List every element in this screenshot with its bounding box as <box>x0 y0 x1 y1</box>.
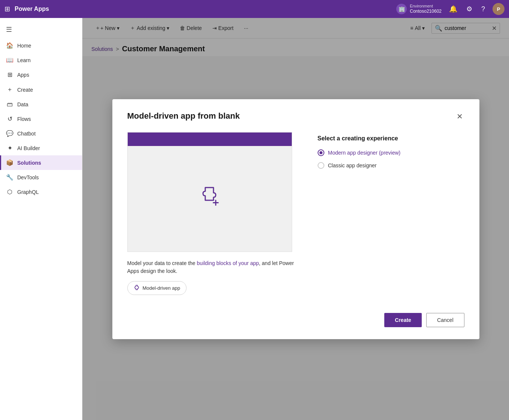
environment-icon: 🏢 <box>396 4 407 14</box>
sidebar-label-apps: Apps <box>17 72 29 78</box>
app-title: Power Apps <box>15 6 396 12</box>
data-icon: 🗃 <box>6 101 13 108</box>
sidebar-item-solutions[interactable]: 📦 Solutions <box>0 155 82 170</box>
dialog-right: Select a creating experience Modern app … <box>318 132 464 175</box>
sidebar-hamburger[interactable]: ☰ <box>0 21 82 38</box>
app-preview <box>127 132 292 252</box>
cancel-button[interactable]: Cancel <box>426 313 464 327</box>
radio-option-classic[interactable]: Classic app designer <box>318 162 464 169</box>
sidebar-item-chatbot[interactable]: 💬 Chatbot <box>0 126 82 141</box>
apps-icon: ⊞ <box>6 71 13 78</box>
radio-classic-label: Classic app designer <box>328 162 377 168</box>
sidebar-item-create[interactable]: ＋ Create <box>0 82 82 97</box>
notification-button[interactable]: 🔔 <box>448 3 459 15</box>
app-type-icon <box>134 284 140 292</box>
app-type-badge[interactable]: Model-driven app <box>127 281 187 295</box>
sidebar-label-flows: Flows <box>17 116 31 122</box>
help-button[interactable]: ? <box>480 4 487 15</box>
waffle-icon[interactable]: ⊞ <box>4 5 10 13</box>
dialog-footer: Create Cancel <box>127 313 464 327</box>
sidebar-label-create: Create <box>17 87 33 93</box>
radio-modern-dot <box>319 151 322 154</box>
sidebar-label-aibuilder: AI Builder <box>17 145 40 151</box>
settings-button[interactable]: ⚙ <box>465 3 474 15</box>
sidebar-item-flows[interactable]: ↺ Flows <box>0 112 82 126</box>
sidebar-label-home: Home <box>17 43 31 49</box>
graphql-icon: ⬡ <box>6 188 13 195</box>
create-icon: ＋ <box>6 86 13 94</box>
sidebar-item-devtools[interactable]: 🔧 DevTools <box>0 170 82 185</box>
desc-text1: Model your data to create the <box>127 260 197 266</box>
desc-link[interactable]: building blocks of your app <box>197 260 259 266</box>
sidebar-label-data: Data <box>17 101 28 107</box>
dialog-title: Model-driven app from blank <box>127 111 240 121</box>
chatbot-icon: 💬 <box>6 130 13 137</box>
sidebar-label-devtools: DevTools <box>17 174 39 180</box>
home-icon: 🏠 <box>6 42 13 49</box>
dialog: Model-driven app from blank ✕ <box>112 99 479 339</box>
sidebar-label-solutions: Solutions <box>17 160 41 166</box>
app-type-label: Model-driven app <box>143 285 180 291</box>
radio-option-modern[interactable]: Modern app designer (preview) <box>318 149 464 156</box>
app-preview-bar <box>128 133 292 146</box>
experience-title: Select a creating experience <box>318 135 464 142</box>
topbar-right: 🏢 Environment Contoso210602 🔔 ⚙ ? P <box>396 3 505 15</box>
puzzle-illustration <box>195 181 225 211</box>
sidebar-item-home[interactable]: 🏠 Home <box>0 38 82 53</box>
sidebar-label-learn: Learn <box>17 57 31 63</box>
sidebar-item-learn[interactable]: 📖 Learn <box>0 53 82 67</box>
layout: ☰ 🏠 Home 📖 Learn ⊞ Apps ＋ Create 🗃 Data … <box>0 18 509 420</box>
aibuilder-icon: ✦ <box>6 144 13 152</box>
learn-icon: 📖 <box>6 57 13 64</box>
solutions-icon: 📦 <box>6 159 13 166</box>
sidebar-item-aibuilder[interactable]: ✦ AI Builder <box>0 141 82 155</box>
sidebar-item-apps[interactable]: ⊞ Apps <box>0 67 82 82</box>
sidebar-label-chatbot: Chatbot <box>17 131 36 137</box>
radio-modern-label: Modern app designer (preview) <box>328 150 401 156</box>
dialog-left: Model your data to create the building b… <box>127 132 300 295</box>
dialog-description: Model your data to create the building b… <box>127 259 300 275</box>
environment-text: Environment Contoso210602 <box>410 3 442 15</box>
radio-modern-circle <box>318 149 324 156</box>
sidebar-label-graphql: GraphQL <box>17 189 39 195</box>
modal-overlay: Model-driven app from blank ✕ <box>82 18 509 420</box>
devtools-icon: 🔧 <box>6 174 13 181</box>
topbar: ⊞ Power Apps 🏢 Environment Contoso210602… <box>0 0 509 18</box>
avatar[interactable]: P <box>493 3 505 15</box>
dialog-body: Model your data to create the building b… <box>127 132 464 295</box>
environment-name: Contoso210602 <box>410 9 442 15</box>
flows-icon: ↺ <box>6 115 13 122</box>
create-button[interactable]: Create <box>384 313 422 327</box>
environment-label: Environment <box>410 3 442 9</box>
sidebar: ☰ 🏠 Home 📖 Learn ⊞ Apps ＋ Create 🗃 Data … <box>0 18 82 420</box>
radio-classic-circle <box>318 162 324 169</box>
main-content: ＋ + New ▾ ＋ Add existing ▾ 🗑 Delete ⇥ Ex… <box>82 18 509 420</box>
environment-info[interactable]: 🏢 Environment Contoso210602 <box>396 3 442 15</box>
dialog-close-button[interactable]: ✕ <box>455 111 464 122</box>
sidebar-item-data[interactable]: 🗃 Data <box>0 97 82 112</box>
dialog-header: Model-driven app from blank ✕ <box>127 111 464 122</box>
sidebar-item-graphql[interactable]: ⬡ GraphQL <box>0 185 82 199</box>
